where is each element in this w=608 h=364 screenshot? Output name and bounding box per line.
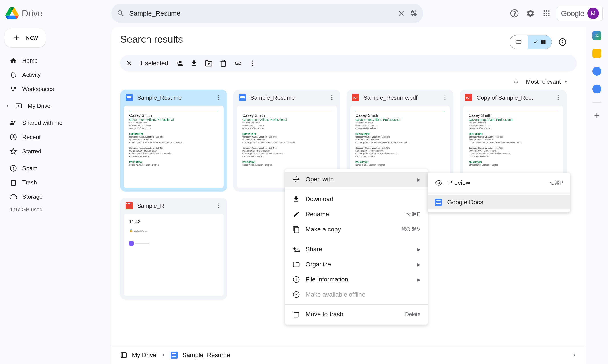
file-name: Copy of Sample_Re... [477,94,551,101]
file-card[interactable]: Sample_R11:42🔒 app.red... [120,198,227,300]
pdf-icon: PDF [465,94,472,101]
list-view-button[interactable] [510,35,527,49]
svg-point-30 [252,63,254,64]
chevron-down-icon [564,80,568,84]
calendar-app-icon[interactable]: 31 [592,31,601,40]
menu-google-docs[interactable]: Google Docs [428,195,570,209]
file-name: Sample_Resume [137,94,211,101]
svg-point-14 [14,87,16,89]
download-action-icon[interactable] [190,59,198,67]
file-more-icon[interactable] [216,95,222,101]
delete-action-icon[interactable] [220,59,227,67]
docs-icon [435,199,442,206]
video-icon [126,202,133,209]
help-icon[interactable] [509,8,520,19]
svg-point-41 [558,95,559,97]
google-account-badge[interactable]: Google M [557,6,603,21]
file-more-icon[interactable] [555,95,561,101]
sidebar-item-activity[interactable]: Activity [4,68,107,82]
logo-area[interactable]: Drive [5,7,108,20]
shortcut: ⌘C ⌘V [401,226,420,233]
cloud-icon [10,193,17,200]
menu-download[interactable]: Download [285,192,428,207]
svg-point-35 [331,95,333,97]
move-action-icon[interactable] [205,59,213,67]
sidebar-item-my-drive[interactable]: My Drive [4,99,107,113]
svg-point-38 [445,95,446,97]
share-action-icon[interactable] [176,59,183,67]
menu-file-information[interactable]: File information▸ [285,272,428,287]
svg-rect-52 [121,353,126,357]
sort-direction-icon[interactable] [513,78,519,85]
file-more-icon[interactable] [329,95,335,101]
clear-search-icon[interactable] [397,9,405,17]
sidebar-item-trash[interactable]: Trash [4,175,107,190]
menu-organize[interactable]: Organize▸ [285,257,428,272]
svg-point-29 [252,60,254,62]
menu-item-label: Download [306,195,333,203]
bell-icon [10,71,17,78]
sidebar-item-starred[interactable]: Starred [4,144,107,158]
search-bar [111,4,423,23]
settings-icon[interactable] [525,8,536,19]
drive-logo-icon [5,7,19,20]
file-card[interactable]: Sample_ResumeCasey SmithGovernment Affai… [120,90,227,192]
menu-item-label: Rename [306,211,329,218]
apps-icon[interactable] [541,8,552,19]
svg-point-36 [331,97,333,98]
svg-point-44 [218,204,219,205]
sidebar-item-spam[interactable]: Spam [4,161,107,175]
menu-item-label: File information [306,276,348,283]
search-icon[interactable] [117,9,125,17]
sidebar-item-label: My Drive [28,103,51,109]
menu-move-to-trash[interactable]: Move to trashDelete [285,307,428,322]
sort-button[interactable]: Most relevant [526,78,568,85]
svg-point-15 [13,90,14,91]
menu-item-label: Open with [306,176,334,183]
add-app-icon[interactable] [593,111,601,119]
search-input[interactable] [129,10,393,17]
search-options-icon[interactable] [410,9,418,17]
link-action-icon[interactable] [234,59,242,67]
file-name: Sample_Resume.pdf [364,94,437,101]
file-more-icon[interactable] [216,203,222,209]
sidebar-item-shared-with-me[interactable]: Shared with me [4,116,107,130]
menu-item-label: Move to trash [306,311,343,318]
organize-icon [292,260,300,268]
svg-point-21 [13,169,14,170]
sidebar-item-recent[interactable]: Recent [4,130,107,144]
menu-item-label: Google Docs [447,199,483,206]
new-button[interactable]: New [4,28,46,47]
menu-share[interactable]: Share▸ [285,242,428,257]
shortcut: ⌥⌘P [548,180,563,186]
sidebar-item-label: Recent [22,134,41,141]
sidebar-item-home[interactable]: Home [4,53,107,68]
close-selection-icon[interactable] [126,60,133,67]
menu-make-a-copy[interactable]: Make a copy⌘C ⌘V [285,222,428,237]
download-icon [292,195,300,203]
svg-point-51 [438,182,440,184]
sidebar-item-storage[interactable]: Storage [4,190,107,204]
breadcrumb-root[interactable]: My Drive [132,351,156,359]
sidebar-item-workspaces[interactable]: Workspaces [4,82,107,96]
info-panel-icon[interactable] [557,37,568,47]
info-icon [292,275,300,284]
keep-app-icon[interactable] [592,49,601,58]
tasks-app-icon[interactable] [592,67,601,76]
context-menu: Open with▸DownloadRename⌥⌘EMake a copy⌘C… [285,169,428,325]
svg-point-46 [218,207,219,208]
more-action-icon[interactable] [249,59,257,67]
menu-open-with[interactable]: Open with▸ [285,172,428,187]
contacts-app-icon[interactable] [592,85,601,93]
view-toggle [510,35,552,49]
svg-point-39 [445,97,446,98]
svg-point-5 [546,11,547,12]
grid-view-button[interactable] [527,35,552,49]
menu-preview[interactable]: Preview⌥⌘P [428,175,570,190]
open-icon [292,175,300,183]
chevron-right-icon[interactable] [571,352,577,358]
home-icon [10,57,17,64]
file-more-icon[interactable] [442,95,448,101]
menu-rename[interactable]: Rename⌥⌘E [285,207,428,222]
menu-item-label: Make available offline [306,291,365,298]
